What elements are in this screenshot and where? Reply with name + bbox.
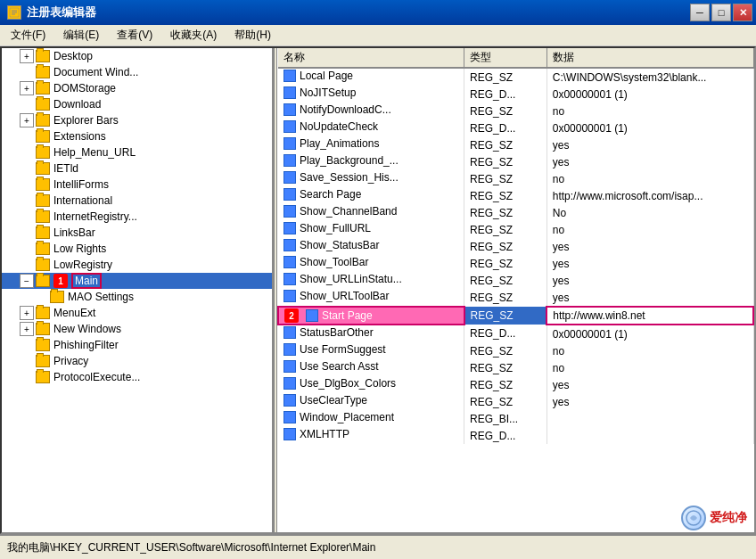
cell-type: REG_D... xyxy=(464,427,547,444)
tree-item[interactable]: +Explorer Bars xyxy=(2,112,272,128)
reg-icon-img xyxy=(284,137,296,150)
minimize-button[interactable]: ─ xyxy=(690,4,710,21)
watermark-icon xyxy=(681,506,706,530)
cell-type: REG_SZ xyxy=(464,307,547,325)
tree-item[interactable]: InternetRegistry... xyxy=(2,209,272,225)
tree-item[interactable]: Privacy xyxy=(2,353,272,369)
tree-label: Low Rights xyxy=(53,243,106,255)
tree-expander[interactable]: + xyxy=(20,306,34,320)
reg-icon-img xyxy=(284,394,296,407)
tree-label: Extensions xyxy=(53,130,106,143)
tree-item[interactable]: Help_Menu_URL xyxy=(2,144,272,160)
status-bar: 我的电脑\HKEY_CURRENT_USER\Software\Microsof… xyxy=(0,534,756,559)
tree-item[interactable]: +Desktop xyxy=(2,48,272,64)
tree-expander[interactable]: − xyxy=(20,274,34,288)
tree-expander-placeholder xyxy=(20,177,34,192)
cell-data: yes xyxy=(546,289,753,307)
cell-type: REG_SZ xyxy=(464,255,547,272)
cell-type: REG_SZ xyxy=(464,359,547,376)
table-row[interactable]: Use FormSuggestREG_SZno xyxy=(278,342,753,359)
tree-item[interactable]: LinksBar xyxy=(2,225,272,241)
table-row[interactable]: UseClearTypeREG_SZyes xyxy=(278,393,753,410)
cell-name: NoJITSetup xyxy=(278,86,464,103)
table-row[interactable]: Play_Background_...REG_SZyes xyxy=(278,153,753,170)
tree-expander[interactable]: + xyxy=(20,81,34,95)
table-row[interactable]: Save_Session_His...REG_SZno xyxy=(278,170,753,187)
cell-data: no xyxy=(546,342,753,359)
tree-item[interactable]: ProtocolExecute... xyxy=(2,369,272,385)
cell-name: Show_ChannelBand xyxy=(278,204,464,221)
cell-type: REG_SZ xyxy=(464,136,547,153)
tree-item[interactable]: IntelliForms xyxy=(2,177,272,193)
tree-item[interactable]: −1Main xyxy=(2,273,272,289)
table-row[interactable]: NoJITSetupREG_D...0x00000001 (1) xyxy=(278,86,753,103)
table-row[interactable]: Show_URLLinStatu...REG_SZyes xyxy=(278,272,753,289)
menu-view[interactable]: 查看(V) xyxy=(110,26,160,45)
registry-values[interactable]: 名称 类型 数据 Local PageREG_SZC:\WINDOWS\syst… xyxy=(277,48,754,532)
table-row[interactable]: 2Start PageREG_SZhttp://www.win8.net xyxy=(278,307,753,325)
table-row[interactable]: Show_StatusBarREG_SZyes xyxy=(278,238,753,255)
col-name: 名称 xyxy=(278,48,464,68)
table-row[interactable]: Search PageREG_SZhttp://www.microsoft.co… xyxy=(278,187,753,204)
table-row[interactable]: Use_DlgBox_ColorsREG_SZyes xyxy=(278,376,753,393)
reg-icon: Window_Placement xyxy=(284,411,394,423)
tree-item[interactable]: +New Windows xyxy=(2,321,272,337)
cell-name: Show_FullURL xyxy=(278,221,464,238)
tree-item[interactable]: Download xyxy=(2,96,272,112)
tree-expander[interactable]: + xyxy=(20,322,34,336)
registry-tree[interactable]: +DesktopDocument Wind...+DOMStorageDownl… xyxy=(2,48,274,532)
tree-expander-placeholder xyxy=(20,129,34,144)
tree-item[interactable]: +DOMStorage xyxy=(2,80,272,96)
table-row[interactable]: NotifyDownloadC...REG_SZno xyxy=(278,103,753,119)
tree-label: Explorer Bars xyxy=(53,114,119,127)
tree-expander-placeholder xyxy=(20,193,34,208)
menu-favorites[interactable]: 收藏夹(A) xyxy=(163,26,224,45)
cell-data: 0x00000001 (1) xyxy=(546,86,753,103)
table-row[interactable]: Show_FullURLREG_SZno xyxy=(278,221,753,238)
table-row[interactable]: Play_AnimationsREG_SZyes xyxy=(278,136,753,153)
table-row[interactable]: XMLHTTPREG_D... xyxy=(278,427,753,444)
cell-data: No xyxy=(546,204,753,221)
table-row[interactable]: StatusBarOtherREG_D...0x00000001 (1) xyxy=(278,325,753,342)
table-row[interactable]: Show_ChannelBandREG_SZNo xyxy=(278,204,753,221)
table-row[interactable]: Show_URLToolBarREG_SZyes xyxy=(278,289,753,307)
tree-expander[interactable]: + xyxy=(20,49,34,63)
maximize-button[interactable]: □ xyxy=(711,4,731,21)
tree-item[interactable]: +MenuExt xyxy=(2,305,272,321)
folder-icon xyxy=(36,355,50,367)
tree-item[interactable]: International xyxy=(2,193,272,209)
table-row[interactable]: Window_PlacementREG_BI... xyxy=(278,410,753,427)
cell-data: yes xyxy=(546,393,753,410)
tree-item[interactable]: IETld xyxy=(2,160,272,177)
tree-item[interactable]: PhishingFilter xyxy=(2,337,272,353)
menu-edit[interactable]: 编辑(E) xyxy=(56,26,106,45)
table-row[interactable]: NoUpdateCheckREG_D...0x00000001 (1) xyxy=(278,119,753,136)
table-row[interactable]: Local PageREG_SZC:\WINDOWS\system32\blan… xyxy=(278,68,753,86)
tree-item[interactable]: Document Wind... xyxy=(2,64,272,80)
reg-icon-img xyxy=(284,120,296,133)
folder-icon xyxy=(36,146,50,159)
folder-icon xyxy=(36,323,50,335)
menu-bar: 文件(F) 编辑(E) 查看(V) 收藏夹(A) 帮助(H) xyxy=(0,25,756,46)
tree-item[interactable]: MAO Settings xyxy=(2,289,272,305)
tree-item[interactable]: Low Rights xyxy=(2,241,272,257)
cell-name-text: StatusBarOther xyxy=(300,326,374,339)
cell-name-text: Save_Session_His... xyxy=(300,171,399,184)
tree-label: LinksBar xyxy=(53,226,95,239)
tree-item[interactable]: Extensions xyxy=(2,128,272,144)
folder-icon xyxy=(36,210,50,223)
reg-icon-img xyxy=(284,273,296,285)
menu-help[interactable]: 帮助(H) xyxy=(227,26,278,45)
menu-file[interactable]: 文件(F) xyxy=(4,26,53,45)
cell-name-text: Local Page xyxy=(300,70,353,82)
values-table: 名称 类型 数据 Local PageREG_SZC:\WINDOWS\syst… xyxy=(277,48,754,444)
table-row[interactable]: Show_ToolBarREG_SZyes xyxy=(278,255,753,272)
tree-item[interactable]: LowRegistry xyxy=(2,257,272,273)
tree-expander[interactable]: + xyxy=(20,113,34,127)
table-row[interactable]: Use Search AsstREG_SZno xyxy=(278,359,753,376)
close-button[interactable]: ✕ xyxy=(733,4,752,21)
cell-name: StatusBarOther xyxy=(278,325,464,342)
watermark-text: 爱纯净 xyxy=(710,510,747,526)
cell-name: 2Start Page xyxy=(278,307,464,325)
cell-name-text: UseClearType xyxy=(300,394,367,407)
